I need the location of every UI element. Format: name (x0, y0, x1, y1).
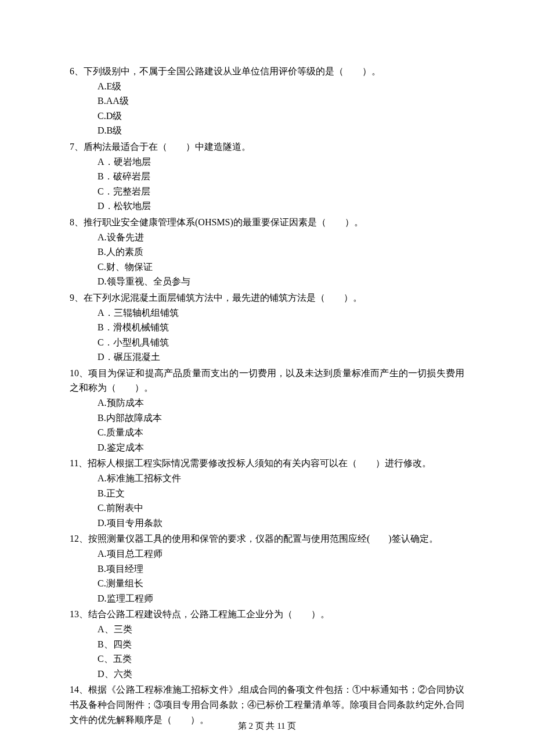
question: 13、结合公路工程建设特点，公路工程施工企业分为（ ）。A、三类B、四类C、五类… (70, 607, 464, 681)
question-option: C.D级 (98, 109, 464, 124)
question-stem-text: 在下列水泥混凝土面层铺筑方法中，最先进的铺筑方法是（ ）。 (84, 293, 362, 303)
question: 9、在下列水泥混凝土面层铺筑方法中，最先进的铺筑方法是（ ）。A．三辊轴机组铺筑… (70, 290, 464, 365)
question: 8、推行职业安全健康管理体系(OHSMS)的最重要保证因素是（ ）。A.设备先进… (70, 215, 464, 289)
question-stem: 11、招标人根据工程实际情况需要修改投标人须知的有关内容可以在（ ）进行修改。 (70, 456, 464, 471)
question-option: D．松软地层 (98, 199, 464, 214)
question-option: A.设备先进 (98, 230, 464, 245)
question-options: A．硬岩地层B．破碎岩层C．完整岩层D．松软地层 (70, 154, 464, 214)
page: 6、下列级别中，不属于全国公路建设从业单位信用评价等级的是（ ）。A.E级B.A… (0, 0, 534, 756)
question-option: D.监理工程师 (98, 591, 464, 606)
question-stem-text: 招标人根据工程实际情况需要修改投标人须知的有关内容可以在（ ）进行修改。 (88, 458, 431, 468)
question-option: C.财、物保证 (98, 260, 464, 275)
question-option: B.项目经理 (98, 561, 464, 577)
question-stem-text: 按照测量仪器工具的使用和保管的要求，仪器的配置与使用范围应经( )签认确定。 (88, 534, 438, 543)
question-number: 11、 (70, 458, 88, 468)
question-option: A.预防成本 (98, 395, 464, 411)
question-stem: 12、按照测量仪器工具的使用和保管的要求，仪器的配置与使用范围应经( )签认确定… (70, 531, 464, 546)
question-option: B、四类 (98, 637, 464, 652)
question-option: A．三辊轴机组铺筑 (98, 305, 464, 321)
question-option: D.项目专用条款 (98, 516, 464, 531)
question-option: D.领导重视、全员参与 (98, 274, 464, 289)
question-option: C、五类 (98, 651, 464, 667)
question-option: B.AA级 (98, 93, 464, 109)
question: 12、按照测量仪器工具的使用和保管的要求，仪器的配置与使用范围应经( )签认确定… (70, 531, 464, 606)
question-options: A．三辊轴机组铺筑B．滑模机械铺筑C．小型机具铺筑D．碾压混凝土 (70, 305, 464, 365)
question-option: C．小型机具铺筑 (98, 335, 464, 350)
question-stem-text: 盾构法最适合于在（ ）中建造隧道。 (84, 142, 251, 152)
page-footer: 第 2 页 共 11 页 (0, 719, 534, 733)
question-stem: 8、推行职业安全健康管理体系(OHSMS)的最重要保证因素是（ ）。 (70, 215, 464, 230)
question-option: A．硬岩地层 (98, 154, 464, 170)
question-option: D．碾压混凝土 (98, 350, 464, 365)
question-stem: 10、项目为保证和提高产品质量而支出的一切费用，以及未达到质量标准而产生的一切损… (70, 366, 464, 395)
question-option: B．破碎岩层 (98, 169, 464, 184)
question-option: A.项目总工程师 (98, 546, 464, 561)
question-option: D.鉴定成本 (98, 440, 464, 455)
question-number: 13、 (70, 609, 88, 619)
question-number: 14、 (70, 685, 88, 694)
question: 6、下列级别中，不属于全国公路建设从业单位信用评价等级的是（ ）。A.E级B.A… (70, 64, 464, 138)
question-option: B.正文 (98, 486, 464, 501)
question-stem: 7、盾构法最适合于在（ ）中建造隧道。 (70, 139, 464, 154)
questions-container: 6、下列级别中，不属于全国公路建设从业单位信用评价等级的是（ ）。A.E级B.A… (70, 64, 464, 727)
question-options: A、三类B、四类C、五类D、六类 (70, 622, 464, 681)
question-stem-text: 推行职业安全健康管理体系(OHSMS)的最重要保证因素是（ ）。 (84, 217, 363, 227)
question-number: 12、 (70, 534, 88, 543)
question-option: A、三类 (98, 622, 464, 637)
question-stem-text: 下列级别中，不属于全国公路建设从业单位信用评价等级的是（ ）。 (84, 66, 381, 76)
question-option: C．完整岩层 (98, 184, 464, 199)
question-stem: 9、在下列水泥混凝土面层铺筑方法中，最先进的铺筑方法是（ ）。 (70, 290, 464, 305)
question-options: A.设备先进B.人的素质C.财、物保证D.领导重视、全员参与 (70, 230, 464, 289)
question: 7、盾构法最适合于在（ ）中建造隧道。A．硬岩地层B．破碎岩层C．完整岩层D．松… (70, 139, 464, 214)
question-options: A.E级B.AA级C.D级D.B级 (70, 79, 464, 138)
question-number: 6、 (70, 66, 84, 76)
question-stem-text: 项目为保证和提高产品质量而支出的一切费用，以及未达到质量标准而产生的一切损失费用… (70, 368, 464, 393)
question-stem: 13、结合公路工程建设特点，公路工程施工企业分为（ ）。 (70, 607, 464, 622)
question-options: A.预防成本B.内部故障成本C.质量成本D.鉴定成本 (70, 395, 464, 455)
question-stem: 6、下列级别中，不属于全国公路建设从业单位信用评价等级的是（ ）。 (70, 64, 464, 79)
question: 11、招标人根据工程实际情况需要修改投标人须知的有关内容可以在（ ）进行修改。A… (70, 456, 464, 530)
question-option: A.标准施工招标文件 (98, 471, 464, 486)
question-option: B．滑模机械铺筑 (98, 320, 464, 335)
question: 10、项目为保证和提高产品质量而支出的一切费用，以及未达到质量标准而产生的一切损… (70, 366, 464, 455)
question-option: B.人的素质 (98, 244, 464, 260)
question-stem-text: 结合公路工程建设特点，公路工程施工企业分为（ ）。 (88, 609, 330, 619)
question-option: C.前附表中 (98, 501, 464, 516)
question-option: A.E级 (98, 79, 464, 94)
question-number: 10、 (70, 368, 88, 378)
question-options: A.标准施工招标文件B.正文C.前附表中D.项目专用条款 (70, 471, 464, 530)
question-option: D、六类 (98, 667, 464, 682)
question-option: D.B级 (98, 123, 464, 138)
question-options: A.项目总工程师B.项目经理C.测量组长D.监理工程师 (70, 546, 464, 606)
question-option: C.质量成本 (98, 425, 464, 440)
question-number: 9、 (70, 293, 84, 303)
question-option: C.测量组长 (98, 576, 464, 591)
question-option: B.内部故障成本 (98, 411, 464, 426)
question-number: 8、 (70, 217, 84, 227)
question-number: 7、 (70, 142, 84, 152)
